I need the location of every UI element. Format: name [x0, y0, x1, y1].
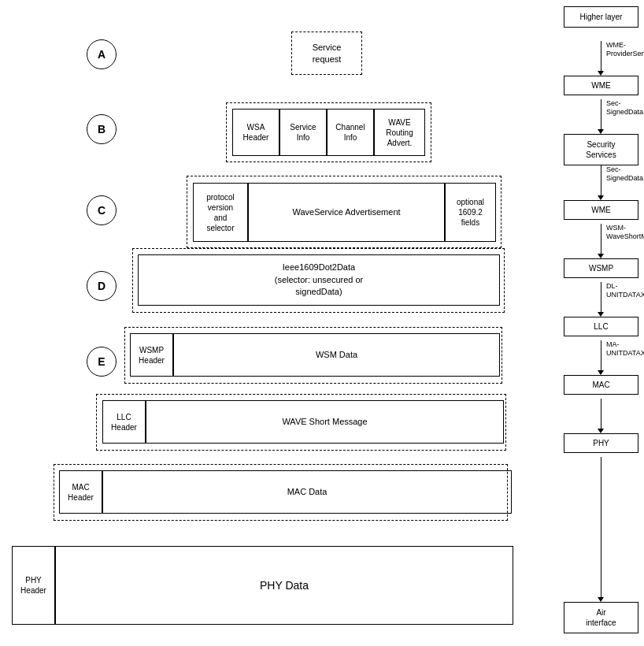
wsmp-box: WSMP: [564, 258, 638, 278]
wme-provider-arrow: [601, 41, 601, 72]
main-container: Higher layer WME-ProviderService.req WME…: [0, 0, 644, 646]
wme-box-1: WME: [564, 76, 638, 95]
mac-dashed-outline: [54, 464, 508, 521]
dl-unitdata-arrow: [601, 282, 601, 314]
phy-air-arrow: [601, 457, 601, 599]
service-request-box: Servicerequest: [291, 32, 362, 75]
security-services-box: SecurityServices: [564, 134, 638, 165]
llc-box: LLC: [564, 317, 638, 336]
circle-e: E: [87, 347, 117, 377]
diagram-area: A Servicerequest B WSAHeader ServiceInfo…: [0, 0, 559, 646]
circle-d: D: [87, 271, 117, 301]
mac-box: MAC: [564, 375, 638, 395]
d-dashed-outline: [132, 248, 505, 313]
air-interface-box: Airinterface: [564, 602, 638, 633]
sec-signed-cfm-arrow: [601, 165, 601, 197]
phy-header-box: PHYHeader: [12, 546, 55, 625]
phy-data-box: PHY Data: [55, 546, 513, 625]
right-column: Higher layer WME-ProviderService.req WME…: [557, 0, 644, 646]
circle-c: C: [87, 195, 117, 225]
dl-unitdata-label: DL-UNITDATAX.req: [606, 282, 644, 299]
wsm-waveshort-arrow: [601, 224, 601, 255]
higher-layer-box: Higher layer: [564, 6, 638, 28]
ma-unitdata-label: MA-UNITDATAX.req: [606, 340, 644, 358]
wsm-waveshort-label: WSM-WaveShortMsg.req: [606, 224, 644, 241]
wme-box-2: WME: [564, 200, 638, 220]
wme-provider-label: WME-ProviderService.req: [606, 41, 644, 58]
mac-phy-arrow: [601, 399, 601, 430]
circle-b: B: [87, 114, 117, 144]
e-dashed-outline: [124, 327, 502, 384]
phy-box: PHY: [564, 433, 638, 453]
sec-signed-cfm-label: Sec-SignedData.cfm: [606, 165, 644, 183]
ma-unitdata-arrow: [601, 340, 601, 372]
llc-dashed-outline: [96, 394, 506, 451]
circle-a: A: [87, 39, 117, 69]
wsa-dashed-outline: [226, 102, 431, 162]
sec-signed-req-arrow: [601, 99, 601, 131]
sec-signed-req-label: Sec-SignedData.req: [606, 99, 644, 117]
c-dashed-outline: [187, 176, 502, 248]
